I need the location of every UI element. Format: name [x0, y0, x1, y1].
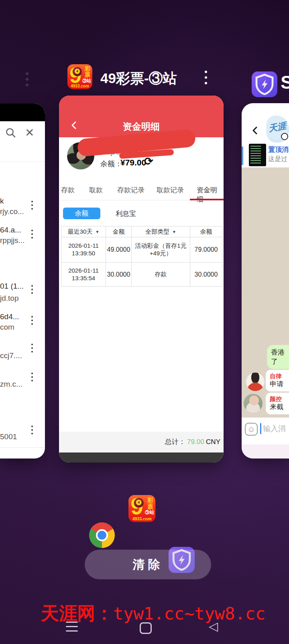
cell-balance: 30.0000: [190, 263, 222, 287]
page-title: 资金明细: [59, 120, 224, 133]
close-icon[interactable]: ✕: [25, 126, 34, 139]
fund-table: 最近30天▼ 金额 全部类型▼ 余额 2026-01-1113:39:50 49…: [61, 226, 222, 287]
incoming-message[interactable]: 颜控 来截: [266, 393, 289, 414]
avatar[interactable]: [246, 373, 265, 391]
cell-amount: 49.0000: [106, 237, 132, 263]
pinned-title[interactable]: 置顶消: [268, 145, 289, 154]
cell-amount: 30.0000: [106, 263, 132, 287]
item-menu-icon[interactable]: [31, 201, 33, 212]
wallet-header: 资金明细: [59, 96, 224, 137]
billiard-ball-icon: 4: [73, 67, 82, 76]
billiard-ball-icon: 4: [134, 498, 144, 507]
tab-item-title[interactable]: k: [0, 197, 4, 206]
cell-type: 存款: [132, 263, 190, 287]
chrome-app-icon[interactable]: [89, 522, 115, 548]
text-caret: [260, 423, 261, 434]
tab-item-url[interactable]: 5001: [0, 432, 17, 441]
item-menu-icon[interactable]: [31, 316, 33, 327]
incoming-message[interactable]: 自律 申请: [266, 370, 289, 391]
recent-app-card-wallet[interactable]: 资金明细 Vip888 余额： ¥79.00 ⟳ 存款 取款 存款记录 取款记录…: [59, 96, 224, 463]
total-currency: CNY: [206, 438, 220, 446]
tab-item-url[interactable]: ccj7....: [0, 351, 22, 360]
tab-withdraw-records[interactable]: 取款记录: [157, 185, 184, 195]
pinned-accent-bar: [242, 147, 243, 165]
app-options-icon[interactable]: [205, 71, 207, 88]
current-app-icon[interactable]: 9 4 彩 票 ③站 4933.com: [67, 64, 92, 89]
watermark-urls: tyw1.cc~tyw8.cc: [113, 604, 265, 624]
balance-label: 余额：: [100, 159, 122, 169]
tab-fund-details-active[interactable]: 资金明细: [197, 185, 224, 204]
subtab-interest[interactable]: 利息宝: [116, 209, 136, 218]
tab-item-url[interactable]: zm.c...: [0, 380, 22, 389]
tianya-logo: 天涯: [266, 116, 289, 143]
total-bar: 总计： 79.00 CNY: [59, 432, 224, 452]
item-menu-icon[interactable]: [31, 230, 33, 240]
item-menu-icon[interactable]: [31, 285, 33, 296]
divider: [0, 161, 45, 162]
refresh-icon[interactable]: ⟳: [144, 155, 153, 168]
browser-statusbar: [0, 104, 45, 121]
tab-item-title[interactable]: 6d4...: [0, 312, 19, 321]
tab-item-title[interactable]: 64.a...: [0, 226, 21, 234]
shield-icon: [252, 71, 277, 97]
item-menu-icon[interactable]: [31, 373, 33, 383]
active-tab-underline: [190, 199, 224, 200]
subtab-balance-active[interactable]: 余额: [63, 208, 100, 219]
tab-item-url[interactable]: rjy.co...: [0, 207, 24, 216]
lottery-app-icon[interactable]: 9 4 彩 票 ③站 4933.com: [128, 495, 155, 522]
item-menu-icon[interactable]: [31, 344, 33, 355]
divider: [0, 447, 45, 448]
clear-all-button[interactable]: 清除: [85, 550, 211, 579]
chevron-down-icon: ▼: [172, 230, 176, 234]
tab-withdraw[interactable]: 取款: [89, 185, 103, 195]
col-header-amount: 金额: [106, 226, 132, 237]
chat-app-title: S: [281, 71, 289, 93]
cell-type: 活动彩金（首存1元+49元）: [132, 237, 190, 263]
cell-datetime: 2026-01-1113:39:50: [61, 237, 106, 263]
current-app-title: 49彩票-③站: [100, 69, 177, 88]
balance-value: ¥79.00: [120, 158, 146, 167]
col-header-balance: 余额: [190, 226, 222, 237]
chat-app-icon[interactable]: [252, 71, 277, 97]
logo-badge: [281, 133, 288, 140]
tab-item-title[interactable]: 01 (1...: [0, 282, 24, 291]
tab-item-url[interactable]: com: [0, 323, 14, 332]
avatar[interactable]: [244, 394, 263, 413]
recent-app-card-browser[interactable]: ✕ k rjy.co... 64.a... rppjjs... 01 (1...…: [0, 104, 45, 459]
keyboard-strip: [242, 444, 289, 459]
tab-item-url[interactable]: jd.top: [0, 294, 18, 303]
tab-item-url[interactable]: rppjjs...: [0, 236, 24, 245]
chat-input-bar: ☺ 输入消: [242, 418, 289, 444]
chevron-down-icon: ▼: [95, 230, 99, 234]
pinned-thumbnail[interactable]: [249, 144, 266, 166]
recent-app-card-chat[interactable]: 天涯 置顶消 这是过 香港了 自律 申请 颜控 来截 ☺ 输入消: [242, 103, 289, 459]
tab-deposit[interactable]: 存款: [61, 185, 75, 195]
watermark-prefix: 天涯网：: [41, 603, 113, 624]
col-header-date[interactable]: 最近30天▼: [61, 226, 106, 237]
col-header-type[interactable]: 全部类型▼: [132, 226, 190, 237]
tab-deposit-records[interactable]: 存款记录: [117, 185, 144, 195]
message-input[interactable]: 输入消: [263, 424, 286, 434]
wallet-bottom-bar: [59, 452, 224, 463]
sticker-icon[interactable]: ☺: [245, 423, 258, 436]
back-icon[interactable]: [250, 126, 260, 135]
total-label: 总计：: [165, 438, 185, 446]
search-icon[interactable]: [5, 127, 17, 139]
cell-datetime: 2026-01-1113:35:54: [61, 263, 106, 287]
watermark: 天涯网：tyw1.cc~tyw8.cc: [41, 601, 265, 626]
cell-balance: 79.0000: [190, 237, 222, 263]
total-value: 79.00: [187, 438, 204, 446]
faint-menu-icon[interactable]: [26, 72, 28, 89]
pinned-subtitle: 这是过: [268, 155, 287, 163]
outgoing-message[interactable]: 香港了: [267, 345, 289, 369]
item-menu-icon[interactable]: [31, 426, 33, 436]
